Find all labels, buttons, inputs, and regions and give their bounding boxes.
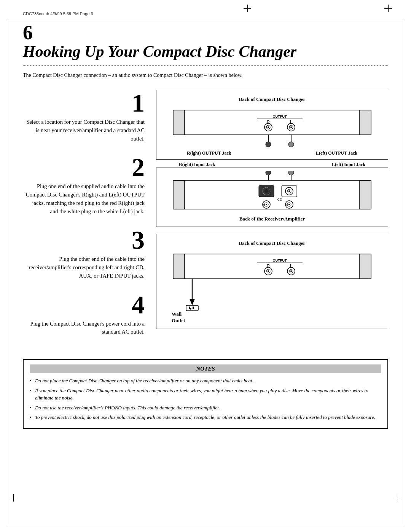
receiver-label: Back of the Receiver/Amplifier xyxy=(164,216,380,222)
cd-changer-label: Back of Compact Disc Changer xyxy=(164,96,380,102)
diagram-group-2: Back of Compact Disc Changer OUTPUT R xyxy=(156,234,388,329)
note-item-3: Do not use the receiver/amplifier's PHON… xyxy=(30,404,381,412)
step-3-number: 3 xyxy=(23,227,145,253)
power-box: Back of Compact Disc Changer OUTPUT R xyxy=(156,234,388,329)
svg-point-27 xyxy=(264,189,268,193)
receiver-diagram: R L CD R xyxy=(164,171,380,213)
notes-section: NOTES Do not place the Compact Disc Chan… xyxy=(23,359,388,429)
svg-point-36 xyxy=(288,204,290,205)
page-container: CDC735comb 4/9/99 5:39 PM Page 6 6 Hooki… xyxy=(0,0,411,532)
svg-marker-56 xyxy=(190,299,195,305)
svg-point-41 xyxy=(288,190,290,192)
output-jack-labels: R(ight) OUTPUT Jack L(eft) OUTPUT Jack xyxy=(164,150,380,156)
svg-rect-42 xyxy=(173,254,371,279)
step-1-number: 1 xyxy=(23,90,145,116)
notes-list: Do not place the Compact Disc Changer on… xyxy=(30,377,381,421)
step-4-text: Plug the Compact Disc Changer's power co… xyxy=(23,320,145,337)
diagrams-column: Back of Compact Disc Changer OUTPUT R xyxy=(156,90,388,348)
svg-point-9 xyxy=(268,126,269,128)
notes-header: NOTES xyxy=(30,364,381,373)
svg-point-32 xyxy=(266,204,267,205)
svg-point-23 xyxy=(288,171,294,175)
svg-text:R: R xyxy=(263,203,265,207)
section-divider xyxy=(23,65,388,66)
svg-rect-19 xyxy=(360,181,371,209)
page-number: 6 xyxy=(23,23,388,43)
step-3-text: Plug the other end of the cable into the… xyxy=(23,255,145,280)
frame-left xyxy=(7,21,7,525)
step-2-number: 2 xyxy=(23,154,145,180)
power-diagram: OUTPUT R L xyxy=(164,250,380,311)
svg-rect-44 xyxy=(360,254,371,279)
svg-point-60 xyxy=(190,308,191,310)
crosshair-bl xyxy=(10,494,17,502)
intro-paragraph: The Compact Disc Changer connection – an… xyxy=(23,72,388,78)
right-output-label: R(ight) OUTPUT Jack xyxy=(187,150,231,156)
svg-point-54 xyxy=(290,270,292,272)
wall-outlet-area: Wall Outlet xyxy=(164,311,380,324)
step-3: 3 Plug the other end of the cable into t… xyxy=(23,227,145,280)
svg-text:CD: CD xyxy=(277,198,282,201)
frame-top xyxy=(7,21,404,21)
step-4: 4 Plug the Compact Disc Changer's power … xyxy=(23,292,145,337)
svg-rect-57 xyxy=(186,305,198,311)
receiver-box: R L CD R xyxy=(156,168,388,227)
svg-text:OUTPUT: OUTPUT xyxy=(273,259,287,262)
step-1-text: Select a location for your Compact Disc … xyxy=(23,118,145,143)
svg-point-15 xyxy=(266,142,271,147)
svg-point-51 xyxy=(268,270,269,272)
svg-point-12 xyxy=(290,126,292,128)
cd-changer-diagram: OUTPUT R L xyxy=(164,106,380,148)
left-output-label: L(eft) OUTPUT Jack xyxy=(316,150,357,156)
cd-changer-box: Back of Compact Disc Changer OUTPUT R xyxy=(156,90,388,160)
frame-right xyxy=(404,21,404,525)
diagram-group-1: Back of Compact Disc Changer OUTPUT R xyxy=(156,90,388,227)
main-content: 1 Select a location for your Compact Dis… xyxy=(23,90,388,348)
step-2: 2 Plug one end of the supplied audio cab… xyxy=(23,154,145,216)
svg-rect-59 xyxy=(193,307,194,309)
svg-rect-1 xyxy=(173,110,185,135)
svg-text:L: L xyxy=(286,203,288,207)
crosshair-tl xyxy=(244,5,251,12)
step-2-text: Plug one end of the supplied audio cable… xyxy=(23,182,145,216)
page-title: Hooking Up Your Compact Disc Changer xyxy=(23,43,388,60)
wall-label: Wall Outlet xyxy=(172,311,213,324)
power-cd-changer-label: Back of Compact Disc Changer xyxy=(164,240,380,246)
svg-rect-43 xyxy=(173,254,185,279)
frame-bottom xyxy=(7,525,404,525)
note-item-4: To prevent electric shock, do not use th… xyxy=(30,414,381,421)
svg-rect-2 xyxy=(360,110,371,135)
step-4-number: 4 xyxy=(23,292,145,318)
svg-rect-0 xyxy=(173,110,371,135)
right-input-label: R(ight) Input Jack xyxy=(179,162,215,168)
note-item-2: If you place the Compact Disc Changer ne… xyxy=(30,387,381,402)
svg-point-21 xyxy=(266,171,271,175)
crosshair-tr xyxy=(384,5,392,12)
svg-text:OUTPUT: OUTPUT xyxy=(273,115,287,118)
left-input-label: L(eft) Input Jack xyxy=(332,162,365,168)
svg-point-16 xyxy=(288,142,294,147)
svg-rect-18 xyxy=(173,181,185,209)
note-item-1: Do not place the Compact Disc Changer on… xyxy=(30,377,381,385)
input-jack-labels: R(ight) Input Jack L(eft) Input Jack xyxy=(156,162,388,168)
step-1: 1 Select a location for your Compact Dis… xyxy=(23,90,145,143)
steps-column: 1 Select a location for your Compact Dis… xyxy=(23,90,145,348)
header-meta: CDC735comb 4/9/99 5:39 PM Page 6 xyxy=(23,11,388,16)
crosshair-br xyxy=(394,494,401,502)
